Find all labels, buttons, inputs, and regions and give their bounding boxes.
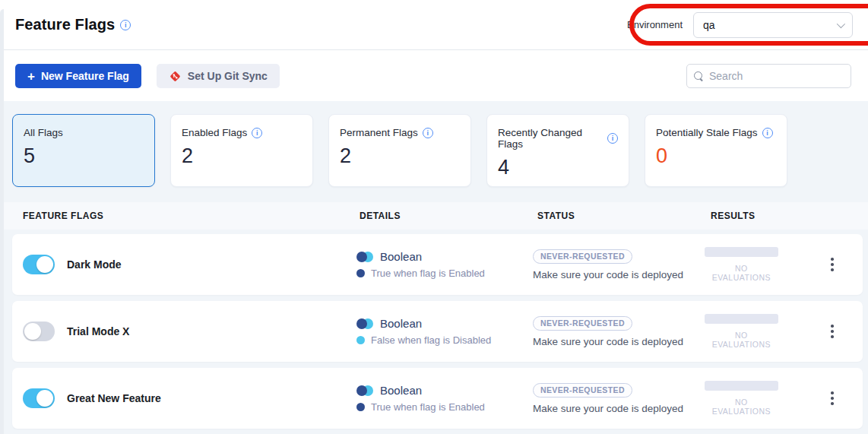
status-badge: NEVER-REQUESTED (533, 316, 632, 331)
stat-label: Potentially Stale Flags (656, 127, 758, 138)
flag-toggle[interactable] (23, 388, 55, 408)
git-sync-button[interactable]: Set Up Git Sync (157, 64, 280, 88)
boolean-type-icon (356, 252, 373, 262)
table-row: Trial Mode X Boolean False when flag is … (12, 301, 863, 362)
page-title: Feature Flags (15, 16, 115, 33)
kebab-menu-icon[interactable] (825, 253, 840, 276)
column-header-feature-flags: FEATURE FLAGS (23, 211, 360, 221)
variation-bullet-icon (356, 269, 365, 277)
info-icon[interactable] (252, 128, 262, 138)
feature-flags-page: Feature Flags Environment qa New Feature… (0, 0, 868, 434)
results-bar (705, 314, 778, 324)
chevron-down-icon (837, 19, 845, 27)
stat-label: Enabled Flags (182, 127, 247, 138)
flag-toggle[interactable] (23, 255, 55, 274)
stat-card-permanent-flags[interactable]: Permanent Flags 2 (328, 114, 471, 187)
variation-text: True when flag is Enabled (371, 268, 485, 279)
page-header: Feature Flags Environment qa (4, 0, 868, 50)
stats-row: All Flags 5 Enabled Flags 2 Permanent Fl… (12, 114, 787, 187)
flag-name[interactable]: Trial Mode X (67, 325, 129, 337)
flag-name[interactable]: Dark Mode (67, 258, 122, 271)
environment-select[interactable]: qa (693, 12, 853, 38)
boolean-type-icon (356, 385, 373, 396)
results-label: NO EVALUATIONS (705, 398, 778, 416)
info-icon[interactable] (423, 128, 433, 138)
title-wrap: Feature Flags (15, 16, 131, 33)
environment-group: Environment qa (627, 12, 853, 38)
column-header-details: DETAILS (360, 211, 537, 221)
stat-value: 5 (24, 144, 144, 168)
flag-type: Boolean (380, 250, 422, 263)
kebab-menu-icon[interactable] (825, 387, 840, 410)
status-text: Make sure your code is deployed (533, 336, 705, 347)
variation-bullet-icon (356, 403, 365, 411)
flag-name[interactable]: Great New Feature (67, 392, 161, 404)
flag-toggle[interactable] (23, 322, 55, 341)
table-row: Great New Feature Boolean True when flag… (12, 368, 863, 429)
stat-label: All Flags (24, 127, 63, 138)
search-input[interactable] (709, 70, 847, 82)
flag-type: Boolean (380, 384, 422, 397)
environment-label: Environment (627, 19, 683, 30)
table-row: Dark Mode Boolean True when flag is Enab… (12, 234, 863, 295)
flag-rows: Dark Mode Boolean True when flag is Enab… (12, 234, 863, 434)
column-header-results: RESULTS (711, 211, 756, 221)
variation-text: False when flag is Disabled (371, 334, 491, 346)
git-sync-label: Set Up Git Sync (188, 70, 268, 82)
new-feature-flag-button[interactable]: New Feature Flag (15, 64, 141, 88)
results-bar (705, 247, 778, 257)
stat-label: Permanent Flags (340, 127, 418, 138)
flag-type: Boolean (380, 317, 422, 330)
stat-value: 2 (340, 144, 460, 168)
results-bar (705, 381, 778, 391)
status-text: Make sure your code is deployed (533, 403, 705, 414)
content-area: All Flags 5 Enabled Flags 2 Permanent Fl… (4, 101, 868, 434)
variation-text: True when flag is Enabled (371, 401, 485, 413)
stat-value: 4 (498, 156, 618, 179)
plus-icon (27, 70, 35, 83)
boolean-type-icon (356, 318, 373, 329)
environment-value: qa (703, 19, 715, 31)
table-header: FEATURE FLAGS DETAILS STATUS RESULTS (4, 202, 868, 230)
info-icon[interactable] (120, 20, 131, 30)
status-text: Make sure your code is deployed (533, 269, 705, 280)
info-icon[interactable] (762, 128, 773, 138)
stat-card-potentially-stale-flags[interactable]: Potentially Stale Flags 0 (645, 114, 787, 187)
toolbar: New Feature Flag Set Up Git Sync (4, 51, 868, 101)
git-icon (169, 70, 182, 83)
search-icon (694, 71, 704, 81)
stat-label: Recently Changed Flags (498, 127, 603, 150)
stat-value: 2 (182, 144, 302, 168)
stat-value: 0 (656, 144, 776, 168)
status-badge: NEVER-REQUESTED (533, 249, 632, 264)
info-icon[interactable] (607, 133, 618, 144)
search-box (686, 64, 851, 88)
stat-card-enabled-flags[interactable]: Enabled Flags 2 (170, 114, 313, 187)
status-badge: NEVER-REQUESTED (533, 383, 632, 398)
stat-card-recently-changed-flags[interactable]: Recently Changed Flags 4 (486, 114, 629, 187)
new-feature-flag-label: New Feature Flag (41, 70, 129, 82)
results-label: NO EVALUATIONS (705, 264, 778, 282)
column-header-status: STATUS (537, 211, 711, 221)
stat-card-all-flags[interactable]: All Flags 5 (12, 114, 155, 187)
kebab-menu-icon[interactable] (825, 320, 840, 343)
variation-bullet-icon (356, 336, 365, 344)
results-label: NO EVALUATIONS (705, 331, 778, 349)
